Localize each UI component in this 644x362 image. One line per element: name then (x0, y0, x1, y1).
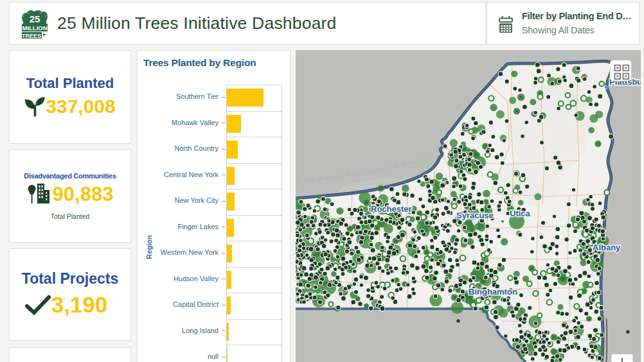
svg-text:MILLION: MILLION (22, 24, 47, 31)
svg-text:25: 25 (30, 13, 40, 24)
svg-text:Utica: Utica (510, 209, 531, 218)
svg-text:Binghamton: Binghamton (469, 287, 517, 297)
svg-text:Rochester: Rochester (371, 204, 412, 214)
svg-text:Albany: Albany (593, 243, 621, 252)
svg-text:TREES: TREES (22, 33, 41, 39)
svg-text:Syracuse: Syracuse (456, 211, 494, 220)
